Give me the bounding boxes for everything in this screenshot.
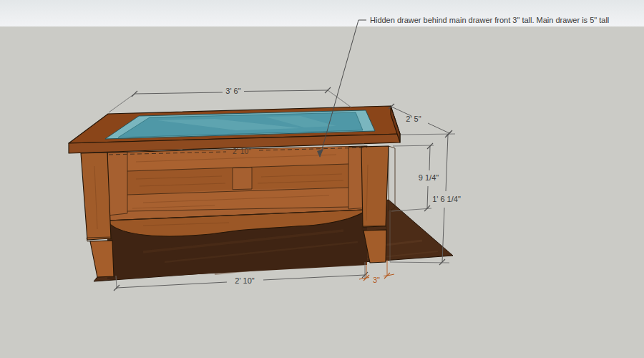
callout-text: Hidden drawer behind main drawer front 3… bbox=[370, 16, 609, 24]
dimension-label: 2' 10" bbox=[235, 276, 255, 285]
dimension-label: 3" bbox=[373, 276, 380, 284]
modeling-viewport[interactable]: 2' 10" 3' 6" 2' 5" bbox=[0, 0, 644, 358]
dimension-label: 2' 10" bbox=[233, 147, 251, 155]
dimension-label: 2' 5" bbox=[406, 115, 421, 123]
dimension-label: 9 1/4" bbox=[419, 173, 439, 182]
dimension-label: 3' 6" bbox=[225, 87, 240, 95]
viewport-canvas[interactable]: 2' 10" 3' 6" 2' 5" bbox=[0, 0, 644, 358]
dimension-label: 1' 6 1/4" bbox=[432, 195, 461, 203]
